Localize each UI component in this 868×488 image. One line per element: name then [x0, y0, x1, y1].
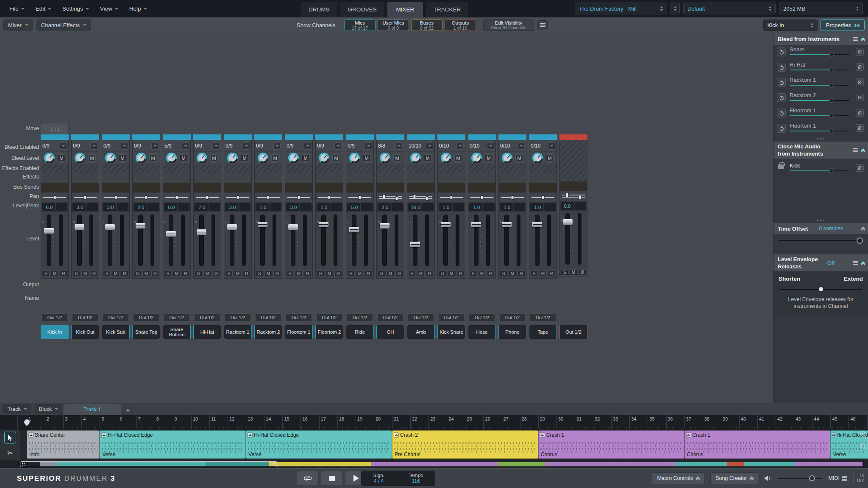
- section-resize-handle[interactable]: [773, 218, 868, 222]
- mute-button[interactable]: M: [417, 270, 425, 277]
- fader-cap[interactable]: [380, 223, 389, 229]
- level-fader-area[interactable]: 0: [346, 212, 373, 269]
- channel-strip-ride[interactable]: 0/9M-5.00SMØ: [346, 135, 374, 279]
- fader-track[interactable]: [138, 215, 143, 266]
- fader-track[interactable]: [199, 215, 204, 266]
- pan-handle[interactable]: [395, 196, 398, 201]
- bus-sends-cell[interactable]: [499, 183, 526, 192]
- slider-knob[interactable]: [829, 83, 834, 88]
- slider-knob[interactable]: [829, 67, 834, 73]
- level-envelope-slider[interactable]: [779, 289, 862, 290]
- fader-track[interactable]: [291, 215, 295, 266]
- phase-button[interactable]: Ø: [487, 270, 495, 277]
- bleed-mute-button[interactable]: M: [271, 154, 279, 162]
- channel-name-kick-out[interactable]: Kick Out: [71, 325, 99, 339]
- midi-block-crash-1-29[interactable]: Crash 1Chorus: [538, 430, 684, 459]
- bleed-dropdown-button[interactable]: [365, 142, 372, 150]
- bleed-dropdown-button[interactable]: [243, 142, 250, 150]
- speaker-icon[interactable]: [764, 475, 772, 482]
- output-select-button[interactable]: Out 1/2: [316, 313, 342, 322]
- level-value[interactable]: -8.0: [164, 203, 177, 211]
- power-button[interactable]: [777, 78, 786, 87]
- solo-button[interactable]: S: [286, 270, 294, 277]
- bleed-dropdown-button[interactable]: [456, 142, 464, 150]
- pan-handle[interactable]: [114, 195, 117, 200]
- bus-sends-cell[interactable]: [316, 183, 343, 192]
- channel-name-kick-sub[interactable]: Kick Sub: [102, 325, 130, 339]
- midi-block-snare-center-1[interactable]: Snare CenterIntro: [27, 430, 100, 459]
- bleed-level-knob[interactable]: [380, 153, 390, 163]
- output-select-button[interactable]: Out 1/2: [72, 313, 98, 322]
- bus-sends-cell[interactable]: [163, 183, 190, 192]
- fader-track[interactable]: [169, 215, 173, 266]
- menu-edit[interactable]: Edit: [36, 6, 51, 12]
- pan-handle[interactable]: [236, 195, 239, 200]
- hamburger-icon[interactable]: [853, 261, 858, 265]
- fader-track[interactable]: [108, 215, 112, 266]
- solo-button[interactable]: S: [72, 270, 80, 277]
- output-select-button[interactable]: Out 1/2: [42, 313, 68, 322]
- mixer-menu-button[interactable]: Mixer: [3, 20, 33, 31]
- bus-sends-cell[interactable]: [194, 183, 221, 192]
- slider-knob[interactable]: [829, 52, 834, 57]
- fader-track[interactable]: [47, 215, 51, 266]
- library-stepper[interactable]: [670, 3, 680, 14]
- output-select-button[interactable]: Out 1/2: [255, 313, 281, 322]
- phase-button[interactable]: Ø: [395, 270, 403, 277]
- bus-sends-cell[interactable]: [41, 183, 68, 192]
- memory-indicator[interactable]: 2052 MB: [779, 3, 863, 14]
- solo-button[interactable]: S: [42, 270, 50, 277]
- peak-value[interactable]: [422, 203, 434, 211]
- hamburger-icon[interactable]: [853, 148, 858, 152]
- level-fader-area[interactable]: 0: [438, 212, 465, 269]
- output-select-button[interactable]: Out 1/2: [225, 313, 251, 322]
- phase-button[interactable]: Ø: [212, 270, 220, 277]
- bleed-level-slider[interactable]: [790, 131, 849, 131]
- close-mic-header[interactable]: Close Mic Audiofrom Instruments: [773, 142, 868, 159]
- peak-value[interactable]: [300, 203, 312, 211]
- fader-cap[interactable]: [532, 222, 542, 227]
- pan-handle[interactable]: [511, 195, 514, 200]
- timeline-ruler[interactable]: 1234567891011121314151617181920212223242…: [0, 415, 868, 429]
- channel-strip-hi-hat[interactable]: 0/9M-7.00SMØ: [193, 135, 221, 279]
- pointer-tool-button[interactable]: [4, 432, 16, 443]
- bleed-dropdown-button[interactable]: [426, 142, 433, 150]
- channel-name-snare-top[interactable]: Snare Top: [132, 325, 160, 339]
- phase-button[interactable]: Ø: [856, 94, 864, 101]
- fader-cap[interactable]: [349, 227, 359, 232]
- level-fader-area[interactable]: 0: [529, 212, 556, 269]
- effects-cell[interactable]: [499, 173, 526, 182]
- bleed-mute-button[interactable]: M: [515, 154, 523, 162]
- effects-enabled-cell[interactable]: [316, 165, 343, 173]
- phase-button[interactable]: Ø: [856, 124, 864, 132]
- channel-name-amb[interactable]: Amb: [407, 325, 435, 339]
- bleed-mute-button[interactable]: M: [149, 154, 157, 162]
- bus-sends-cell[interactable]: [285, 183, 312, 192]
- zoom-in-button[interactable]: [860, 431, 867, 440]
- bleed-enabled-dropdown[interactable]: 0/9: [41, 140, 68, 151]
- power-button[interactable]: [777, 63, 786, 72]
- channel-strip-oh[interactable]: 8/8M-2.00SMØ: [376, 135, 404, 279]
- menu-view[interactable]: View: [100, 6, 118, 12]
- fader-cap[interactable]: [563, 219, 573, 225]
- mute-button[interactable]: M: [264, 270, 272, 277]
- hamburger-icon[interactable]: [853, 37, 858, 41]
- peak-value[interactable]: [270, 203, 281, 211]
- midi-block-hi-hat-closed-edge-13[interactable]: Hi-Hat Closed EdgeVerse: [246, 430, 392, 459]
- bleed-enabled-dropdown[interactable]: 8/8: [377, 140, 404, 151]
- pan-slider[interactable]: [407, 193, 434, 202]
- fader-cap[interactable]: [502, 222, 512, 227]
- solo-button[interactable]: S: [378, 270, 385, 277]
- mute-button[interactable]: M: [539, 270, 547, 277]
- menu-file[interactable]: File: [9, 6, 25, 12]
- pan-slider[interactable]: [224, 193, 251, 202]
- phase-button[interactable]: Ø: [273, 270, 281, 277]
- output-select-button[interactable]: Out 1/2: [194, 313, 220, 322]
- output-select-button[interactable]: Out 1/2: [438, 313, 465, 322]
- bleed-mute-button[interactable]: M: [180, 154, 187, 162]
- bleed-level-knob[interactable]: [349, 153, 360, 163]
- pan-handle[interactable]: [359, 195, 362, 200]
- output-select-button[interactable]: Out 1/2: [377, 313, 403, 322]
- bleed-level-knob[interactable]: [410, 153, 421, 163]
- bus-sends-cell[interactable]: [377, 183, 404, 192]
